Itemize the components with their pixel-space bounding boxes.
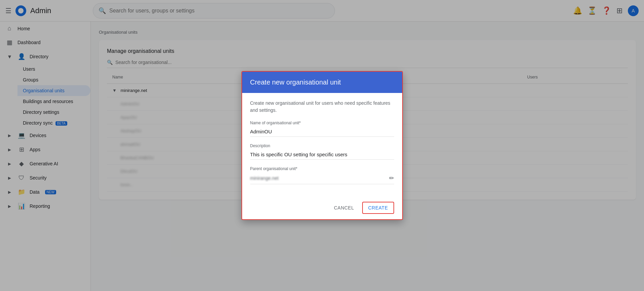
parent-ou-field: Parent organisational unit* minirange.ne… [250,166,394,184]
parent-ou-value: minirange.net [250,175,279,181]
name-label: Name of organisational unit* [250,121,394,125]
name-input[interactable] [250,127,394,137]
edit-parent-icon[interactable]: ✏ [389,174,394,182]
description-input[interactable] [250,150,394,160]
create-button[interactable]: CREATE [362,202,394,214]
dialog-description: Create new organisational unit for users… [250,100,394,114]
parent-ou-label: Parent organisational unit* [250,166,394,171]
description-label: Description [250,143,394,148]
parent-ou-row: minirange.net ✏ [250,172,394,184]
dialog-actions: CANCEL CREATE [242,198,402,219]
description-field: Description [250,143,394,160]
create-ou-dialog: Create new organisational unit Create ne… [241,71,403,220]
dialog-body: Create new organisational unit for users… [242,93,402,198]
dialog-header: Create new organisational unit [242,72,402,93]
dialog-title: Create new organisational unit [250,78,341,86]
name-field: Name of organisational unit* [250,121,394,137]
cancel-button[interactable]: CANCEL [329,202,359,213]
dialog-overlay: Create new organisational unit Create ne… [0,0,644,291]
